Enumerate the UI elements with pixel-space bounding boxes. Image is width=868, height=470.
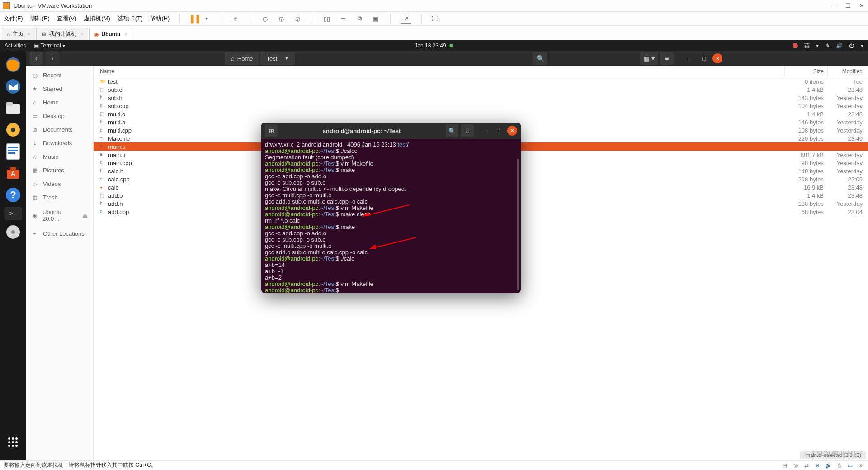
forward-button[interactable]: ›	[46, 52, 59, 65]
app-menu[interactable]: ▣ Terminal ▾	[34, 43, 65, 49]
sidebar-item-pictures[interactable]: ▦Pictures	[26, 163, 93, 177]
sidebar-item-home[interactable]: ⌂Home	[26, 95, 93, 109]
close-icon[interactable]: ×	[27, 31, 30, 38]
power-dropdown[interactable]: ▼	[202, 14, 211, 23]
back-button[interactable]: ‹	[29, 52, 43, 65]
sidebar-item-documents[interactable]: 🗎Documents	[26, 123, 93, 136]
col-size[interactable]: Size	[784, 66, 827, 77]
device-cd-icon[interactable]: ◎	[792, 462, 799, 469]
terminal-window[interactable]: ⊞ android@android-pc: ~/Test 🔍 ≡ — ▢ ✕ d…	[261, 123, 521, 293]
path-test[interactable]: Test ▼	[260, 52, 295, 65]
dock-libreoffice[interactable]	[3, 142, 23, 161]
search-button[interactable]: 🔍	[446, 124, 458, 137]
device-printer-icon[interactable]: ⎙	[835, 462, 843, 469]
clock[interactable]: Jan 18 23:49	[415, 43, 446, 49]
sidebar-item-ubuntu[interactable]: ◉Ubuntu 20.0…⏏	[26, 209, 93, 222]
tab-home[interactable]: ⌂主页×	[2, 28, 35, 40]
close-button[interactable]: ✕	[712, 53, 722, 63]
device-display-icon[interactable]: ▭	[846, 462, 854, 469]
pause-button[interactable]: ❚❚	[190, 14, 199, 23]
tab-my-computer[interactable]: 🖥我的计算机×	[36, 28, 88, 40]
alert-icon[interactable]	[793, 43, 798, 48]
sidebar-item-starred[interactable]: ★Starred	[26, 82, 93, 95]
file-modified: Yesterday	[827, 95, 868, 101]
close-icon[interactable]: ×	[80, 31, 83, 38]
snapshot-manage-icon[interactable]: ◵	[293, 14, 302, 23]
file-modified: 23:49	[827, 135, 868, 142]
maximize-button[interactable]: ☐	[844, 2, 852, 9]
snapshot-take-icon[interactable]: ◷	[260, 14, 269, 23]
file-row[interactable]: csub.cpp104 bytesYesterday	[94, 102, 868, 110]
ime-indicator[interactable]: 英	[804, 42, 810, 50]
view-split-icon[interactable]: ▭	[339, 14, 348, 23]
send-button[interactable]: ⎋	[231, 14, 240, 23]
fullscreen-enter-icon[interactable]: ↗	[401, 14, 411, 24]
path-home[interactable]: ⌂Home	[225, 52, 259, 65]
power-icon[interactable]: ⏻	[849, 43, 854, 49]
file-name: multi.o	[108, 111, 125, 118]
close-button[interactable]: ✕	[507, 126, 517, 136]
view-grid-button[interactable]: ▦ ▾	[640, 52, 658, 65]
dock-files[interactable]	[3, 98, 23, 118]
view-single-icon[interactable]: ▯▯	[322, 14, 331, 23]
device-net-icon[interactable]: ⇄	[803, 462, 810, 469]
device-more-icon[interactable]: ≫	[857, 462, 864, 469]
file-row[interactable]: ⬚sub.o1.4 kB23:48	[94, 85, 868, 94]
file-modified: Yesterday	[827, 200, 868, 207]
snapshot-revert-icon[interactable]: ◶	[277, 14, 286, 23]
activities-button[interactable]: Activities	[5, 43, 26, 49]
dock-software[interactable]: A	[3, 163, 23, 183]
hamburger-menu[interactable]: ≡	[660, 52, 674, 65]
minimize-button[interactable]: —	[685, 53, 695, 63]
menu-tabs[interactable]: 选项卡(T)	[118, 14, 143, 23]
show-apps-button[interactable]	[3, 432, 23, 452]
hamburger-menu[interactable]: ≡	[461, 124, 474, 137]
file-size: 143 bytes	[784, 95, 827, 101]
sidebar-item-desktop[interactable]: ▭Desktop	[26, 109, 93, 123]
maximize-button[interactable]: ▢	[699, 53, 709, 63]
file-row[interactable]: hsub.h143 bytesYesterday	[94, 94, 868, 102]
close-button[interactable]: ✕	[858, 2, 865, 9]
sidebar-item-trash[interactable]: 🗑Trash	[26, 190, 93, 204]
file-modified: 23:48	[827, 192, 868, 199]
sidebar-item-otherlocations[interactable]: +Other Locations	[26, 227, 93, 240]
dock-thunderbird[interactable]	[3, 76, 23, 96]
file-icon: c	[100, 103, 105, 109]
sidebar-item-downloads[interactable]: ⭳Downloads	[26, 136, 93, 150]
minimize-button[interactable]: —	[478, 126, 488, 136]
terminal-output[interactable]: drwxrwxr-x 2 android android 4096 Jan 16…	[261, 139, 521, 293]
view-console-icon[interactable]: ▣	[371, 14, 380, 23]
device-hdd-icon[interactable]: ⊟	[781, 462, 788, 469]
dock-help[interactable]: ?	[3, 185, 23, 205]
fullscreen-cycle-icon[interactable]: ⛶▾	[432, 14, 441, 23]
minimize-button[interactable]: —	[831, 2, 838, 9]
col-name[interactable]: Name	[94, 68, 784, 75]
col-modified[interactable]: Modified	[827, 66, 868, 77]
sidebar-item-music[interactable]: ♫Music	[26, 150, 93, 163]
dock-dvd[interactable]	[3, 222, 23, 242]
menu-file[interactable]: 文件(F)	[4, 14, 23, 23]
dock-rhythmbox[interactable]	[3, 120, 23, 140]
menu-vm[interactable]: 虚拟机(M)	[84, 14, 110, 23]
search-button[interactable]: 🔍	[533, 52, 547, 65]
new-tab-button[interactable]: ⊞	[265, 124, 278, 137]
device-usb-icon[interactable]: ⊍	[814, 462, 821, 469]
device-sound-icon[interactable]: 🔊	[825, 462, 832, 469]
notification-dot-icon	[450, 44, 453, 47]
dock-firefox[interactable]	[3, 55, 23, 75]
file-row[interactable]: ⬚multi.o1.4 kB23:48	[94, 110, 868, 118]
menu-edit[interactable]: 编辑(E)	[30, 14, 50, 23]
tab-ubuntu[interactable]: ◉Ubuntu×	[89, 28, 132, 40]
sidebar-item-videos[interactable]: ▷Videos	[26, 177, 93, 190]
view-unity-icon[interactable]: ⧉	[355, 14, 364, 23]
maximize-button[interactable]: ▢	[493, 126, 503, 136]
menu-help[interactable]: 帮助(H)	[150, 14, 170, 23]
network-icon[interactable]: ⋔	[825, 43, 830, 49]
sidebar-item-recent[interactable]: ◷Recent	[26, 68, 93, 82]
menu-view[interactable]: 查看(V)	[57, 14, 76, 23]
volume-icon[interactable]: 🔊	[836, 43, 843, 49]
dock-terminal[interactable]: >_	[4, 207, 22, 220]
scrollbar[interactable]	[517, 159, 519, 290]
file-row[interactable]: 📁test0 itemsTue	[94, 77, 868, 85]
close-icon[interactable]: ×	[124, 31, 127, 38]
